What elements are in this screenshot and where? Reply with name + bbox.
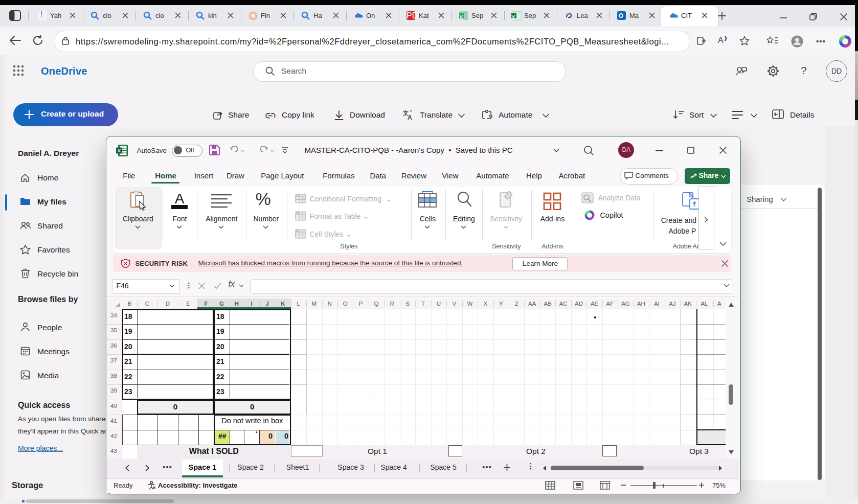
svg-text:A: A <box>408 114 412 121</box>
svg-text:A: A <box>175 191 185 207</box>
svg-text:X: X <box>118 148 121 153</box>
